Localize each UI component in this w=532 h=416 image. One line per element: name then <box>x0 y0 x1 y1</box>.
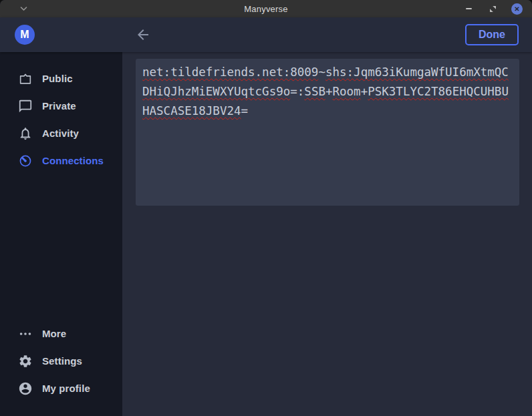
appbar: M Done <box>0 17 532 52</box>
sidebar: Public Private Activity <box>0 52 122 416</box>
sidebar-item-public[interactable]: Public <box>0 65 122 92</box>
sidebar-item-activity[interactable]: Activity <box>0 120 122 147</box>
sidebar-item-private[interactable]: Private <box>0 92 122 120</box>
window-title: Manyverse <box>0 4 532 14</box>
sidebar-item-settings[interactable]: Settings <box>0 347 122 375</box>
sidebar-item-label: My profile <box>42 383 90 394</box>
restore-icon <box>489 5 497 13</box>
sidebar-item-connections[interactable]: Connections <box>0 147 122 174</box>
sidebar-item-label: More <box>42 328 66 339</box>
manyverse-logo-icon: M <box>15 25 35 45</box>
bell-icon <box>18 126 33 141</box>
window-controls: ✕ <box>463 3 523 15</box>
sidebar-top-group: Public Private Activity <box>0 65 122 174</box>
sidebar-item-label: Settings <box>42 355 82 367</box>
main-content: net:tildefriends.net:8009~shs:Jqm63iKumg… <box>122 52 532 416</box>
gear-icon <box>18 354 33 369</box>
manyverse-window: Manyverse ✕ M Done Public <box>0 0 532 416</box>
arrow-left-icon <box>135 27 151 43</box>
invite-textarea[interactable]: net:tildefriends.net:8009~shs:Jqm63iKumg… <box>136 59 519 206</box>
titlebar: Manyverse ✕ <box>0 0 532 17</box>
bulletin-board-icon <box>18 71 33 86</box>
sidebar-item-my-profile[interactable]: My profile <box>0 375 122 402</box>
sidebar-bottom-group: More Settings My profile <box>0 320 122 402</box>
sidebar-item-label: Activity <box>42 128 79 139</box>
ellipsis-icon <box>18 327 33 341</box>
done-button[interactable]: Done <box>465 24 519 45</box>
sidebar-item-label: Public <box>42 73 73 84</box>
content-row: Public Private Activity <box>0 52 532 416</box>
sidebar-item-label: Private <box>42 100 76 112</box>
sidebar-item-more[interactable]: More <box>0 320 122 347</box>
chat-bubble-icon <box>18 99 33 114</box>
back-button[interactable] <box>135 27 151 43</box>
sidebar-item-label: Connections <box>42 155 104 166</box>
account-circle-icon <box>18 381 33 396</box>
close-button[interactable]: ✕ <box>511 3 523 15</box>
restore-button[interactable] <box>487 3 498 14</box>
minimize-icon <box>466 8 472 9</box>
minimize-button[interactable] <box>463 3 474 14</box>
gauge-icon <box>18 154 33 168</box>
